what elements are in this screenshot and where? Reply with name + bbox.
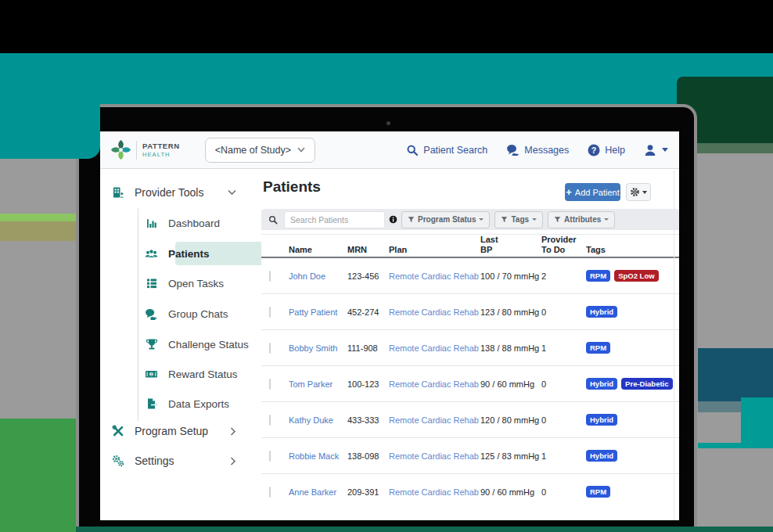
- patient-name-link[interactable]: Anne Barker: [289, 487, 347, 497]
- patient-search-button[interactable]: Patient Search: [406, 144, 487, 156]
- row-checkbox[interactable]: [269, 343, 271, 354]
- patient-name-link[interactable]: John Doe: [289, 271, 347, 281]
- bottom-accent-strip: [76, 527, 773, 532]
- brand-name: PATTERN: [142, 142, 180, 150]
- patient-name-link[interactable]: Kathy Duke: [289, 415, 347, 425]
- provider-todo-count: 0: [541, 307, 586, 317]
- sidebar-item-label: Program Setup: [135, 425, 208, 437]
- table-toolbar: Program Status Tags: [261, 209, 679, 230]
- banknote-icon: 0: [145, 368, 158, 381]
- sidebar-item-label: Challenge Status: [168, 339, 249, 350]
- mrn-value: 100-123: [347, 379, 389, 389]
- chevron-right-icon: [230, 427, 236, 436]
- svg-text:0: 0: [150, 372, 153, 376]
- funnel-icon: [408, 216, 415, 223]
- last-bp-value: 120 / 80 mmHg: [480, 415, 541, 425]
- scrollbar-track[interactable]: [674, 171, 674, 520]
- sidebar-item-reward-status[interactable]: 0 Reward Status: [145, 359, 261, 389]
- sidebar-item-provider-tools[interactable]: Provider Tools: [100, 178, 261, 207]
- right-slate-sage-strip: [698, 401, 741, 412]
- add-patient-button[interactable]: + Add Patient: [565, 183, 620, 201]
- col-header-tags[interactable]: Tags: [586, 245, 679, 255]
- patient-name-link[interactable]: Bobby Smith: [289, 343, 347, 353]
- row-checkbox[interactable]: [269, 487, 271, 498]
- row-checkbox[interactable]: [269, 451, 271, 462]
- caret-down-icon: [604, 218, 609, 221]
- plan-link[interactable]: Remote Cardiac Rehab: [389, 451, 480, 461]
- plan-link[interactable]: Remote Cardiac Rehab: [389, 487, 480, 497]
- col-header-name[interactable]: Name: [289, 245, 347, 255]
- row-checkbox[interactable]: [269, 379, 271, 390]
- help-button[interactable]: ? Help: [588, 144, 625, 156]
- patient-name-link[interactable]: Patty Patient: [289, 307, 347, 317]
- caret-down-icon: [479, 218, 484, 221]
- row-checkbox[interactable]: [269, 415, 271, 426]
- tag-badge: Hybrid: [586, 306, 617, 318]
- last-bp-value: 90 / 60 mmHg: [480, 487, 541, 497]
- tag-badge: RPM: [586, 342, 610, 354]
- brand-subname: HEALTH: [142, 152, 180, 158]
- sidebar-indent-guide: [138, 208, 138, 421]
- patient-name-link[interactable]: Tom Parker: [289, 379, 347, 389]
- messages-label: Messages: [524, 145, 569, 156]
- tag-badge: Hybrid: [586, 450, 617, 462]
- messages-icon: [506, 144, 520, 156]
- filter-tags[interactable]: Tags: [494, 211, 543, 228]
- plan-link[interactable]: Remote Cardiac Rehab: [389, 271, 480, 281]
- search-icon: [406, 144, 419, 156]
- provider-todo-count: 0: [541, 415, 586, 425]
- sidebar-item-settings[interactable]: Settings: [100, 446, 261, 476]
- patient-search-label: Patient Search: [423, 145, 487, 156]
- caret-down-icon: [642, 191, 647, 194]
- filter-attributes[interactable]: Attributes: [548, 211, 615, 228]
- patients-page: Patients + Add Patient: [261, 169, 679, 520]
- provider-todo-count: 0: [541, 379, 586, 389]
- sidebar-item-challenge-status[interactable]: Challenge Status: [145, 329, 261, 359]
- trophy-icon: [145, 338, 158, 351]
- patients-table: Name MRN Plan LastBP ProviderTo Do Tags …: [261, 234, 679, 509]
- table-settings-button[interactable]: [626, 183, 651, 201]
- filter-program-status[interactable]: Program Status: [401, 211, 490, 228]
- tag-badge: RPM: [586, 270, 610, 282]
- table-row: John Doe 123-456 Remote Cardiac Rehab 10…: [261, 258, 679, 294]
- sidebar-item-label: Group Chats: [168, 308, 228, 320]
- user-menu[interactable]: [644, 144, 668, 156]
- funnel-icon: [554, 216, 561, 223]
- patient-name-link[interactable]: Robbie Mack: [289, 451, 347, 461]
- info-icon[interactable]: [389, 215, 397, 224]
- plan-link[interactable]: Remote Cardiac Rehab: [389, 415, 480, 425]
- messages-button[interactable]: Messages: [506, 144, 569, 156]
- table-row: Robbie Mack 138-098 Remote Cardiac Rehab…: [261, 438, 679, 474]
- row-checkbox[interactable]: [269, 271, 271, 282]
- col-header-provider-todo[interactable]: ProviderTo Do: [541, 235, 586, 255]
- sidebar-item-program-setup[interactable]: Program Setup: [100, 416, 261, 446]
- mrn-value: 433-333: [347, 415, 389, 425]
- funnel-icon: [501, 216, 508, 223]
- filter-label: Program Status: [418, 215, 476, 224]
- sidebar-item-dashboard[interactable]: Dashboard: [145, 208, 261, 238]
- tag-badge: SpO2 Low: [614, 270, 658, 282]
- col-header-last-bp[interactable]: LastBP: [480, 235, 541, 255]
- col-header-mrn[interactable]: MRN: [347, 245, 389, 255]
- left-green-stripe: [0, 214, 76, 221]
- user-avatar-icon: [644, 144, 657, 156]
- row-checkbox[interactable]: [269, 307, 271, 318]
- chevron-right-icon: [230, 457, 236, 466]
- last-bp-value: 90 / 60 mmHg: [480, 379, 541, 389]
- sidebar-item-group-chats[interactable]: Group Chats: [145, 299, 261, 329]
- plan-link[interactable]: Remote Cardiac Rehab: [389, 343, 480, 353]
- plan-link[interactable]: Remote Cardiac Rehab: [389, 379, 480, 389]
- study-selector-dropdown[interactable]: <Name of Study>: [205, 138, 315, 163]
- app-navbar: PATTERN HEALTH <Name of Study>: [100, 131, 679, 169]
- search-patients-input[interactable]: [284, 211, 385, 228]
- brand-logo: PATTERN HEALTH: [110, 139, 180, 160]
- col-header-plan[interactable]: Plan: [389, 245, 480, 255]
- table-row: Kathy Duke 433-333 Remote Cardiac Rehab …: [261, 402, 679, 438]
- building-icon: [111, 186, 124, 200]
- tag-badge: Pre-Diabetic: [621, 378, 672, 390]
- plan-link[interactable]: Remote Cardiac Rehab: [389, 307, 480, 317]
- sidebar-item-open-tasks[interactable]: Open Tasks: [145, 268, 261, 298]
- pattern-health-logo-icon: [110, 139, 131, 160]
- sidebar-item-patients[interactable]: Patients: [145, 239, 261, 268]
- sidebar-item-data-exports[interactable]: Data Exports: [145, 389, 261, 419]
